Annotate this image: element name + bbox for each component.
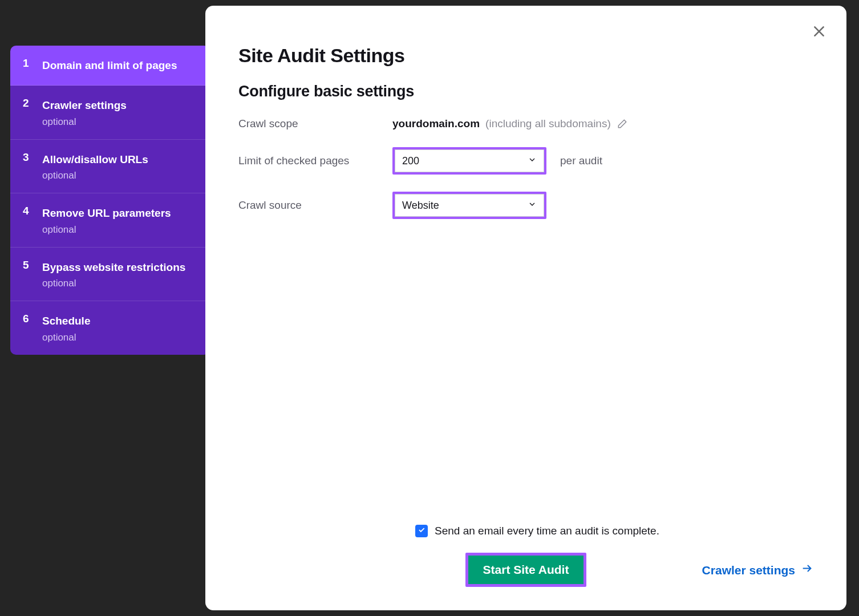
source-select[interactable]: Website bbox=[395, 194, 544, 217]
action-row: Start Site Audit Crawler settings bbox=[238, 550, 813, 590]
chevron-down-icon bbox=[528, 155, 537, 167]
step-number: 3 bbox=[23, 151, 42, 181]
pencil-icon[interactable] bbox=[617, 118, 628, 129]
close-icon bbox=[812, 24, 826, 40]
source-select-highlight: Website bbox=[392, 192, 546, 219]
step-number: 6 bbox=[23, 313, 42, 343]
start-button-highlight: Start Site Audit bbox=[465, 553, 587, 587]
limit-select[interactable]: 200 bbox=[395, 149, 544, 172]
step-title: Domain and limit of pages bbox=[42, 57, 177, 74]
step-title: Remove URL parameters bbox=[42, 205, 171, 221]
limit-select-highlight: 200 bbox=[392, 147, 546, 175]
source-select-value: Website bbox=[402, 200, 439, 212]
modal-title: Site Audit Settings bbox=[238, 44, 813, 67]
step-optional-label: optional bbox=[42, 278, 185, 289]
step-title: Allow/disallow URLs bbox=[42, 151, 148, 168]
email-checkbox-label: Send an email every time an audit is com… bbox=[435, 525, 659, 537]
crawler-link-label: Crawler settings bbox=[702, 563, 795, 577]
limit-select-value: 200 bbox=[402, 155, 419, 167]
email-checkbox[interactable] bbox=[415, 525, 428, 537]
wizard-step-4[interactable]: 4 Remove URL parameters optional bbox=[10, 193, 210, 247]
arrow-right-icon bbox=[801, 562, 813, 578]
wizard-step-5[interactable]: 5 Bypass website restrictions optional bbox=[10, 248, 210, 301]
close-button[interactable] bbox=[809, 22, 829, 42]
crawl-scope-row: Crawl scope yourdomain.com (including al… bbox=[238, 117, 813, 130]
limit-row: Limit of checked pages 200 per audit bbox=[238, 147, 813, 175]
step-number: 5 bbox=[23, 259, 42, 289]
step-optional-label: optional bbox=[42, 116, 127, 128]
crawler-settings-link[interactable]: Crawler settings bbox=[702, 562, 813, 578]
crawl-scope-note: (including all subdomains) bbox=[485, 117, 611, 130]
step-title: Crawler settings bbox=[42, 97, 127, 114]
crawl-scope-domain: yourdomain.com bbox=[392, 117, 480, 130]
site-audit-settings-modal: Site Audit Settings Configure basic sett… bbox=[205, 6, 846, 610]
step-number: 2 bbox=[23, 97, 42, 127]
crawl-source-label: Crawl source bbox=[238, 199, 392, 212]
step-optional-label: optional bbox=[42, 332, 90, 343]
crawl-source-row: Crawl source Website bbox=[238, 192, 813, 219]
wizard-step-1[interactable]: 1 Domain and limit of pages bbox=[10, 46, 210, 86]
start-site-audit-button[interactable]: Start Site Audit bbox=[468, 556, 584, 584]
step-optional-label: optional bbox=[42, 224, 171, 236]
crawl-scope-label: Crawl scope bbox=[238, 117, 392, 130]
wizard-step-2[interactable]: 2 Crawler settings optional bbox=[10, 86, 210, 139]
limit-suffix: per audit bbox=[560, 155, 602, 167]
step-number: 4 bbox=[23, 205, 42, 235]
limit-label: Limit of checked pages bbox=[238, 155, 392, 167]
wizard-step-3[interactable]: 3 Allow/disallow URLs optional bbox=[10, 140, 210, 193]
wizard-stepper: 1 Domain and limit of pages 2 Crawler se… bbox=[10, 46, 210, 355]
modal-subtitle: Configure basic settings bbox=[238, 83, 813, 100]
step-title: Bypass website restrictions bbox=[42, 259, 185, 275]
step-optional-label: optional bbox=[42, 170, 148, 181]
check-icon bbox=[418, 526, 426, 536]
step-number: 1 bbox=[23, 57, 42, 74]
modal-footer: Send an email every time an audit is com… bbox=[238, 525, 813, 590]
chevron-down-icon bbox=[528, 200, 537, 212]
step-title: Schedule bbox=[42, 313, 90, 329]
email-checkbox-row: Send an email every time an audit is com… bbox=[238, 525, 813, 537]
wizard-step-6[interactable]: 6 Schedule optional bbox=[10, 301, 210, 354]
